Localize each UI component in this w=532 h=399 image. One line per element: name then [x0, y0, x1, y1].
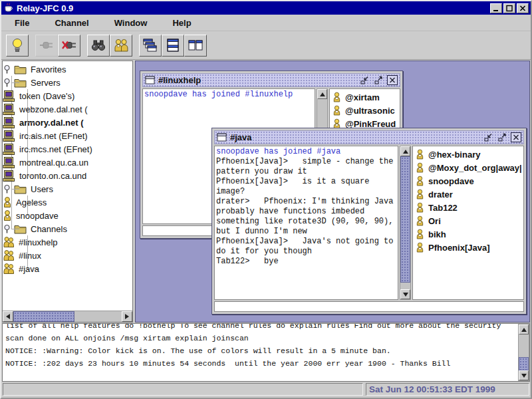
frame-minimize-button[interactable]	[483, 132, 493, 142]
linuxhelp-titlebar[interactable]: #linuxhelp	[142, 73, 400, 87]
close-button[interactable]	[517, 3, 529, 13]
tree-expand-handle[interactable]	[3, 78, 12, 88]
java-chat-scrollbar	[400, 146, 411, 300]
lightbulb-icon	[10, 37, 25, 53]
binoculars-icon	[90, 39, 106, 51]
tree-item-label: #java	[19, 264, 39, 274]
user-list-item[interactable]: bikh	[414, 227, 523, 241]
user-icon	[3, 197, 12, 207]
tree-item[interactable]: Users	[3, 182, 132, 196]
tree-item-label: irc.ais.net (EFnet)	[19, 131, 88, 141]
tree-item[interactable]: #linuxhelp	[3, 235, 132, 249]
scroll-right-button[interactable]	[122, 311, 132, 322]
scrollbar-track[interactable]	[400, 283, 410, 289]
tree-item-label: webzone.dal.net (	[19, 104, 88, 114]
clock-cell: Sat Jun 12 00:51:33 EDT 1999	[366, 383, 529, 396]
server-icon	[3, 90, 15, 102]
scrollbar-thumb[interactable]	[13, 311, 74, 322]
main-area: Favorites	[1, 60, 531, 323]
tree-item[interactable]: Favorites	[3, 63, 132, 76]
user-icon	[416, 202, 424, 213]
frame-close-button[interactable]	[387, 75, 398, 85]
tree-expand-handle[interactable]	[3, 65, 12, 74]
find-button[interactable]	[87, 35, 110, 57]
user-icon	[416, 242, 424, 253]
scroll-left-button[interactable]	[3, 311, 13, 322]
tree-item[interactable]: irc.ais.net (EFnet)	[3, 129, 132, 142]
tree-item-label: Users	[31, 184, 53, 194]
tree-item[interactable]: webzone.dal.net (	[3, 102, 132, 116]
tips-button[interactable]	[6, 35, 29, 57]
scroll-up-button[interactable]	[400, 146, 410, 156]
channel-icon	[3, 250, 15, 261]
tree-expand-handle[interactable]	[3, 224, 12, 234]
tree-expand-handle[interactable]	[3, 184, 12, 194]
scrollbar-track[interactable]	[74, 311, 122, 322]
tree-item[interactable]: Servers	[3, 76, 132, 89]
tree-item[interactable]: toronto.on.ca.und	[3, 169, 132, 182]
user-list-item[interactable]: drater	[414, 188, 523, 201]
user-icon	[332, 105, 341, 116]
tree-item-label: toronto.on.ca.und	[19, 171, 86, 181]
tree-item[interactable]: Channels	[3, 222, 132, 235]
scrollbar-thumb[interactable]	[400, 156, 410, 283]
channel-window-java: #java snoopdave has joined #javaPfhoenix…	[211, 128, 527, 315]
tile-vertical-button[interactable]	[184, 35, 207, 57]
server-console-text: list of all help features do !bothelp To…	[3, 323, 518, 381]
user-list-item[interactable]: Ori	[414, 214, 523, 227]
tree-item[interactable]: armory.dal.net (	[3, 116, 132, 129]
user-list-item[interactable]: @Moxy_dot_org|away|	[414, 161, 523, 174]
tree-horizontal-scrollbar	[3, 311, 132, 322]
menu-item[interactable]: File	[15, 18, 29, 28]
tree-item-label: Favorites	[31, 65, 66, 74]
tree-item[interactable]: Ageless	[3, 196, 132, 209]
maximize-button[interactable]	[503, 3, 515, 13]
tile-vertical-icon	[188, 39, 203, 51]
menu-item[interactable]: Channel	[55, 18, 88, 28]
connect-button[interactable]	[35, 35, 58, 57]
tree-item[interactable]: #linux	[3, 249, 132, 262]
user-list-item[interactable]: Tab122	[414, 201, 523, 214]
nickname: Ori	[428, 216, 441, 226]
tree-item[interactable]: #java	[3, 262, 132, 275]
cascade-windows-icon	[142, 39, 158, 52]
user-list-item[interactable]: @ultrasonic	[331, 104, 399, 117]
server-notice-line: scan done on ALL onjoins /msg xirtam exp…	[5, 332, 518, 344]
minimize-button[interactable]	[490, 3, 502, 13]
scrollbar-track[interactable]	[519, 334, 529, 357]
titlebar[interactable]: Relay-JFC 0.9	[1, 1, 531, 15]
java-message-input[interactable]	[214, 301, 524, 312]
user-icon	[3, 210, 12, 221]
user-list-item[interactable]: snoopdave	[414, 174, 523, 188]
scroll-down-button[interactable]	[400, 289, 410, 299]
clock-text: Sat Jun 12 00:51:33 EDT 1999	[369, 384, 495, 394]
user-list-item[interactable]: Pfhoenix[Java]	[414, 241, 523, 254]
user-list-item[interactable]: @xirtam	[331, 90, 399, 104]
cascade-windows-button[interactable]	[139, 35, 162, 57]
frame-maximize-button[interactable]	[373, 75, 384, 85]
tree-item[interactable]: token (Dave's)	[3, 89, 132, 102]
menu-item[interactable]: Help	[172, 18, 191, 28]
menu-item[interactable]: Window	[114, 18, 148, 28]
frame-minimize-button[interactable]	[359, 75, 370, 85]
tile-horizontal-button[interactable]	[162, 35, 184, 57]
frame-close-button[interactable]	[511, 132, 521, 142]
tree-item[interactable]: irc.mcs.net (EFnet)	[3, 142, 132, 156]
folder-icon	[14, 78, 27, 88]
tree-item[interactable]: snoopdave	[3, 209, 132, 222]
user-icon	[416, 162, 424, 173]
frame-maximize-button[interactable]	[497, 132, 507, 142]
tree-item[interactable]: montreal.qu.ca.un	[3, 156, 132, 169]
tree-item-label: Ageless	[16, 198, 47, 207]
app-icon	[3, 3, 14, 13]
scroll-up-button[interactable]	[317, 89, 327, 99]
disconnect-button[interactable]	[58, 35, 80, 57]
java-titlebar[interactable]: #java	[214, 130, 524, 144]
scrollbar-thumb[interactable]	[519, 357, 529, 370]
user-list-item[interactable]: @hex-binary	[414, 148, 523, 161]
menu-bar: FileChannelWindowHelp	[1, 15, 531, 31]
plug-disconnect-icon	[61, 39, 77, 51]
users-button[interactable]	[110, 35, 132, 57]
scroll-up-button[interactable]	[519, 325, 529, 334]
scroll-down-button[interactable]	[519, 370, 529, 380]
